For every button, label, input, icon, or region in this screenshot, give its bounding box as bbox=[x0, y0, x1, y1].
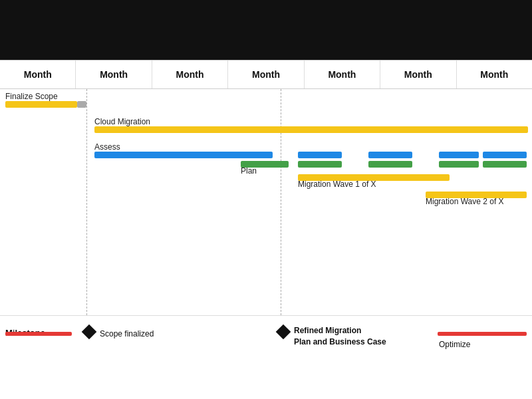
milestone-bar-right bbox=[438, 332, 527, 336]
finalize-scope-label: Finalize Scope bbox=[5, 92, 58, 101]
months-header: Month Month Month Month Month Month Mont… bbox=[0, 60, 532, 89]
plan-label: Plan bbox=[241, 166, 257, 176]
cloud-migration-label: Cloud Migration bbox=[94, 117, 150, 126]
assess-bar-2 bbox=[298, 152, 342, 158]
migration-wave-1-label: Migration Wave 1 of X bbox=[298, 180, 376, 189]
assess-bar-1 bbox=[94, 152, 273, 158]
milestone-row: Milestone Scope finalized Refined Migrat… bbox=[0, 315, 532, 355]
plan-bar-1 bbox=[241, 161, 289, 168]
month-col-3: Month bbox=[152, 61, 228, 88]
gantt-area: Finalize Scope Cloud Migration Assess Pl… bbox=[0, 89, 532, 315]
month-col-2: Month bbox=[76, 61, 152, 88]
refined-migration-text: Refined MigrationPlan and Business Case bbox=[294, 325, 386, 348]
diamond-scope-finalized bbox=[82, 325, 97, 340]
plan-bar-4 bbox=[439, 161, 479, 168]
migration-wave-1-bar bbox=[298, 174, 450, 181]
plan-bar-2 bbox=[298, 161, 342, 168]
finalize-scope-bar-gray bbox=[77, 101, 86, 108]
assess-bar-4 bbox=[439, 152, 479, 158]
cloud-migration-bar bbox=[94, 126, 528, 133]
assess-label: Assess bbox=[94, 142, 120, 152]
dashed-line-1 bbox=[86, 89, 87, 315]
month-col-5: Month bbox=[305, 61, 380, 88]
diamond-refined-migration bbox=[276, 325, 291, 340]
finalize-scope-bar-orange bbox=[5, 101, 77, 108]
plan-bar-3 bbox=[368, 161, 412, 168]
optimize-label: Optimize bbox=[439, 340, 470, 349]
month-col-6: Month bbox=[380, 61, 456, 88]
milestone-bar-left bbox=[5, 332, 72, 336]
assess-bar-3 bbox=[368, 152, 412, 158]
month-col-7: Month bbox=[457, 61, 532, 88]
migration-wave-2-label: Migration Wave 2 of X bbox=[426, 197, 504, 206]
dashed-line-2 bbox=[281, 89, 281, 315]
top-bar bbox=[0, 0, 532, 60]
migration-wave-2-bar bbox=[426, 192, 527, 198]
assess-bar-5 bbox=[483, 152, 527, 158]
month-col-4: Month bbox=[228, 61, 304, 88]
month-col-1: Month bbox=[0, 61, 76, 88]
plan-bar-5 bbox=[483, 161, 527, 168]
scope-finalized-text: Scope finalized bbox=[100, 329, 154, 338]
